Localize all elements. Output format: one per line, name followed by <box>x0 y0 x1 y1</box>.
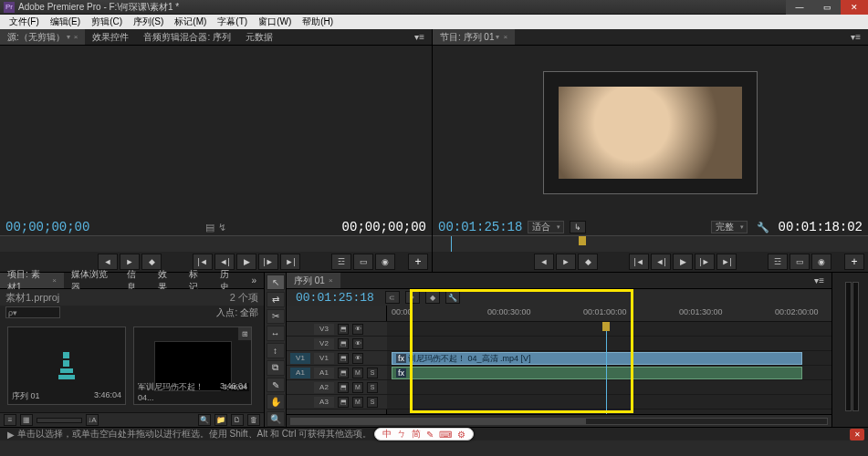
find-button[interactable]: 🔍 <box>198 414 211 426</box>
timeline-playhead[interactable] <box>606 322 607 414</box>
delete-button[interactable]: 🗑 <box>247 414 260 426</box>
timeline-ruler[interactable]: 00:0000:00:30:0000:01:00:0000:01:30:0000… <box>387 306 831 321</box>
menu-edit[interactable]: 编辑(E) <box>45 16 86 28</box>
panel-menu-button[interactable]: ▾≡ <box>407 29 432 45</box>
inpoint-label[interactable]: 入点: 全部 <box>216 306 258 319</box>
proj-overflow-button[interactable]: » <box>244 273 264 288</box>
razor-tool[interactable]: ⧉ <box>267 360 285 376</box>
timeline-zoom-scrollbar[interactable] <box>290 418 828 425</box>
info-tab[interactable]: 信息 <box>120 273 151 288</box>
audio-clip[interactable]: fx <box>392 367 802 379</box>
markers-tab[interactable]: 标记 <box>182 273 213 288</box>
timeline-track-area[interactable]: fx训尼玛伤不起！ 04_高清 .mp4 [V] fx <box>387 322 831 414</box>
menu-clip[interactable]: 剪辑(C) <box>86 16 128 28</box>
prog-mark-in-button[interactable]: ◄ <box>534 254 554 270</box>
video-clip[interactable]: fx训尼玛伤不起！ 04_高清 .mp4 [V] <box>392 352 802 365</box>
notification-icon[interactable]: ✕ <box>850 429 864 440</box>
export-frame-button[interactable]: ◉ <box>375 254 395 270</box>
media-browser-tab[interactable]: 媒体浏览器 <box>64 273 120 288</box>
timeline-timecode[interactable]: 00:01:25:18 <box>296 291 374 305</box>
prog-play-button[interactable]: ▶ <box>673 254 693 270</box>
prog-step-forward-button[interactable]: |► <box>695 254 715 270</box>
icon-view-button[interactable]: ▦ <box>20 414 33 426</box>
program-tc-left[interactable]: 00:01:25:18 <box>438 220 522 234</box>
zoom-slider[interactable] <box>37 418 82 423</box>
prog-goto-out-button[interactable]: ►| <box>716 254 737 270</box>
minimize-button[interactable]: — <box>786 0 813 15</box>
track-header-A3[interactable]: A3⬒MS <box>287 395 387 409</box>
pen-tool[interactable]: ✎ <box>267 378 285 393</box>
link-button[interactable]: ⚭ <box>405 291 420 304</box>
prog-step-back-button[interactable]: ◄| <box>651 254 671 270</box>
source-monitor[interactable] <box>0 46 432 219</box>
timeline-playhead-indicator[interactable] <box>602 322 610 331</box>
track-header-V1[interactable]: V1V1⬒👁 <box>287 351 387 366</box>
project-tab[interactable]: 项目: 素材1× <box>0 273 64 288</box>
track-header-A1[interactable]: A1A1⬒MS <box>287 366 387 380</box>
zoom-select[interactable]: 适合 <box>528 221 564 233</box>
source-panel: 源:（无剪辑）▾× 效果控件 音频剪辑混合器: 序列 元数据 ▾≡ 00;00;… <box>0 29 433 272</box>
overwrite-button[interactable]: ▭ <box>353 254 373 270</box>
extract-button[interactable]: ▭ <box>790 254 810 270</box>
rolling-edit-tool[interactable]: ↔ <box>267 326 285 341</box>
new-item-button[interactable]: 🗋 <box>231 414 244 426</box>
maximize-button[interactable]: ▭ <box>813 0 841 15</box>
program-ruler[interactable] <box>433 235 868 252</box>
menu-window[interactable]: 窗口(W) <box>253 16 297 28</box>
menu-sequence[interactable]: 序列(S) <box>128 16 169 28</box>
marker-icon[interactable]: ◆ <box>425 291 440 304</box>
new-bin-button[interactable]: 📁 <box>214 414 227 426</box>
track-select-tool[interactable]: ⇄ <box>267 292 285 307</box>
source-tab[interactable]: 源:（无剪辑）▾× <box>0 29 85 45</box>
source-ruler[interactable] <box>0 235 432 252</box>
history-tab[interactable]: 历史 <box>213 273 244 288</box>
effects-tab[interactable]: 效果 <box>151 273 182 288</box>
track-header-V3[interactable]: V3⬒👁 <box>287 322 387 337</box>
resolution-select[interactable]: 完整 <box>711 221 748 233</box>
project-search-input[interactable]: ρ▾ <box>5 306 60 318</box>
menu-title[interactable]: 字幕(T) <box>212 16 253 28</box>
timeline-tab[interactable]: 序列 01× <box>287 273 340 288</box>
ime-toolbar[interactable]: 中ㄅ简✎⌨⚙ <box>374 428 474 440</box>
selection-tool[interactable]: ↖ <box>267 275 285 290</box>
source-tc-left[interactable]: 00;00;00;00 <box>5 220 89 234</box>
goto-out-button[interactable]: ►| <box>280 254 300 270</box>
play-button[interactable]: ▶ <box>236 254 256 270</box>
close-button[interactable]: ✕ <box>841 0 868 15</box>
snap-button[interactable]: ⊂ <box>385 291 400 304</box>
project-item-clip[interactable]: ⊞ 3;46;04 军训尼玛伤不起！ 04...3:46:04 <box>133 326 252 405</box>
step-forward-button[interactable]: |► <box>258 254 278 270</box>
program-panel-menu-button[interactable]: ▾≡ <box>843 29 868 45</box>
safe-margins-button[interactable]: ↳ <box>570 221 586 233</box>
metadata-tab[interactable]: 元数据 <box>238 29 280 45</box>
program-monitor[interactable] <box>433 46 868 219</box>
prog-mark-out-button[interactable]: ► <box>556 254 576 270</box>
track-header-V2[interactable]: V2⬒👁 <box>287 337 387 351</box>
prog-add-button[interactable]: + <box>844 254 864 270</box>
project-item-sequence[interactable]: 序列 013:46:04 <box>7 326 126 405</box>
menu-help[interactable]: 帮助(H) <box>297 16 339 28</box>
lift-button[interactable]: ☲ <box>768 254 788 270</box>
zoom-tool[interactable]: 🔍 <box>267 411 285 427</box>
list-view-button[interactable]: ≡ <box>4 414 16 426</box>
sort-button[interactable]: ↓A <box>86 414 99 426</box>
insert-button[interactable]: ☲ <box>331 254 351 270</box>
settings-icon[interactable]: 🔧 <box>757 222 769 233</box>
rate-stretch-tool[interactable]: ↕ <box>267 343 285 358</box>
prog-marker-button[interactable]: ◆ <box>578 254 598 270</box>
add-button[interactable]: + <box>408 254 428 270</box>
ripple-edit-tool[interactable]: ✂ <box>267 309 285 325</box>
settings-button[interactable]: 🔧 <box>445 291 460 304</box>
hand-tool[interactable]: ✋ <box>267 394 285 409</box>
audio-mixer-tab[interactable]: 音频剪辑混合器: 序列 <box>136 29 238 45</box>
playhead-indicator[interactable] <box>579 236 586 245</box>
menu-marker[interactable]: 标记(M) <box>169 16 212 28</box>
prog-export-frame-button[interactable]: ◉ <box>811 254 831 270</box>
menu-file[interactable]: 文件(F) <box>4 16 45 28</box>
track-toggle-icon[interactable]: ▤ ↯ <box>205 222 225 233</box>
timeline-panel-menu-button[interactable]: ▾≡ <box>807 273 831 288</box>
effect-controls-tab[interactable]: 效果控件 <box>85 29 136 45</box>
program-tab[interactable]: 节目: 序列 01▾× <box>433 29 515 45</box>
track-header-A2[interactable]: A2⬒MS <box>287 380 387 395</box>
prog-goto-in-button[interactable]: |◄ <box>629 254 649 270</box>
